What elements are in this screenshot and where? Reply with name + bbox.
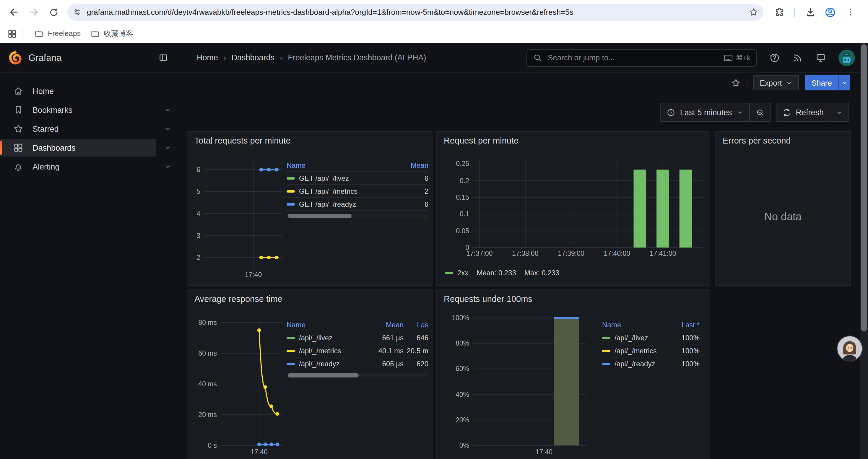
page-scrollbar[interactable]	[860, 43, 868, 459]
legend-row[interactable]: /api/_/metrics40.1 ms20.5 m	[286, 345, 428, 357]
search-box[interactable]: ⌘+k	[526, 49, 757, 66]
panel-errors-per-second: Errors per secondNo data	[715, 131, 851, 286]
browser-profile-button[interactable]	[821, 3, 840, 22]
sidebar-item-starred[interactable]: Starred	[0, 120, 156, 138]
legend-row[interactable]: GET /api/_/livez6	[286, 172, 428, 185]
legend-column-header[interactable]: Mean	[402, 161, 428, 169]
x-axis-tick-label: 17:37:00	[460, 250, 499, 258]
apps-grid-icon[interactable]	[7, 29, 17, 39]
legend-row[interactable]: /api/_/livez100%	[602, 331, 700, 345]
collapse-sidebar-icon[interactable]	[158, 53, 168, 63]
zoom-out-time-button[interactable]	[749, 103, 770, 121]
legend-row[interactable]: /api/_/metrics100%	[602, 345, 700, 357]
legend-column-header[interactable]: Mean	[368, 321, 404, 329]
series-name[interactable]: GET /api/_/readyz	[299, 200, 356, 208]
time-range-picker[interactable]: Last 5 minutes	[660, 103, 749, 121]
panel-title[interactable]: Request per minute	[437, 132, 710, 145]
extensions-button[interactable]	[770, 3, 789, 22]
y-axis-tick-label: 6	[177, 166, 200, 173]
chart-plot[interactable]	[205, 161, 282, 269]
legend-value: 100%	[673, 359, 700, 368]
refresh-button[interactable]: Refresh	[776, 103, 830, 121]
sidebar-item-dashboards[interactable]: Dashboards	[0, 139, 156, 157]
series-name[interactable]: /api/_/readyz	[615, 359, 655, 368]
legend-scrollbar-thumb[interactable]	[288, 214, 351, 218]
legend-row[interactable]: GET /api/_/readyz6	[286, 198, 428, 211]
bookmark-star-icon[interactable]	[749, 7, 759, 17]
legend-scrollbar[interactable]	[286, 214, 428, 218]
legend-column-header[interactable]: Name	[286, 321, 368, 329]
sidebar-item-label: Starred	[32, 124, 59, 133]
series-name[interactable]: GET /api/_/metrics	[299, 187, 358, 195]
series-name[interactable]: 2xx	[457, 269, 468, 277]
sidebar-item-label: Alerting	[32, 162, 60, 171]
browser-menu-button[interactable]	[841, 3, 860, 22]
panel-title[interactable]: Total requests per minute	[187, 132, 432, 145]
bookmark-folder-label: Freeleaps	[48, 30, 81, 38]
y-axis-tick-label: 0%	[440, 442, 469, 449]
series-name[interactable]: /api/_/livez	[299, 333, 332, 342]
chart-plot[interactable]	[221, 314, 282, 446]
panel-title[interactable]: Average response time	[187, 290, 432, 304]
series-name[interactable]: GET /api/_/livez	[299, 174, 349, 182]
browser-forward-button[interactable]	[24, 3, 43, 22]
browser-reload-button[interactable]	[44, 3, 63, 22]
legend-scrollbar[interactable]	[286, 373, 428, 378]
panel-title[interactable]: Requests under 100ms	[437, 290, 710, 304]
time-picker-group: Last 5 minutes	[660, 103, 771, 122]
legend-column-header[interactable]: Las	[404, 321, 428, 329]
news-button[interactable]	[793, 52, 803, 63]
y-axis-tick-label: 0.05	[440, 227, 469, 234]
sidebar-item-alerting[interactable]: Alerting	[0, 158, 156, 175]
dashboard-canvas: Export Share Last 5 minutes	[177, 73, 860, 459]
breadcrumb-home[interactable]: Home	[197, 53, 218, 62]
url-bar[interactable]: grafana.mathmast.com/d/deytv4rwavabkb/fr…	[67, 4, 764, 21]
forward-arrow-icon	[28, 6, 39, 18]
refresh-interval-button[interactable]	[830, 103, 848, 121]
legend-table: NameMeanLas/api/_/livez661 µs646/api/_/m…	[286, 319, 428, 378]
browser-back-button[interactable]	[4, 3, 23, 22]
breadcrumb-separator: ›	[280, 53, 282, 62]
breadcrumb-dashboards[interactable]: Dashboards	[231, 53, 275, 62]
legend-column-header[interactable]: Name	[286, 161, 402, 169]
series-name[interactable]: /api/_/metrics	[615, 347, 657, 355]
legend-row[interactable]: /api/_/readyz100%	[602, 357, 700, 370]
grafana-brand[interactable]: Grafana	[28, 52, 158, 63]
sidebar-item-bookmarks[interactable]: Bookmarks	[0, 101, 156, 119]
breadcrumb-current: Freeleaps Metrics Dashboard (ALPHA)	[288, 53, 426, 62]
series-name[interactable]: /api/_/readyz	[299, 359, 339, 368]
sidebar-item-label: Bookmarks	[32, 105, 72, 114]
downloads-button[interactable]	[801, 3, 819, 22]
assistant-avatar[interactable]	[837, 336, 862, 361]
series-name[interactable]: /api/_/livez	[615, 333, 648, 342]
bookmark-folder-freeleaps[interactable]: Freeleaps	[30, 27, 85, 40]
chart-plot[interactable]	[473, 314, 586, 446]
series-color-swatch	[286, 190, 295, 192]
search-shortcut: ⌘+k	[724, 54, 750, 62]
user-avatar[interactable]	[838, 49, 855, 66]
url-input[interactable]: grafana.mathmast.com/d/deytv4rwavabkb/fr…	[87, 8, 749, 17]
sidebar-item-home[interactable]: Home	[0, 82, 156, 100]
site-settings-icon[interactable]	[72, 7, 82, 17]
legend-column-header[interactable]: Last *	[673, 321, 700, 329]
legend-scrollbar-thumb[interactable]	[288, 373, 359, 378]
legend-inline[interactable]: 2xxMean: 0.233Max: 0.233	[445, 269, 560, 277]
legend-row[interactable]: GET /api/_/metrics2	[286, 185, 428, 198]
grafana-logo[interactable]	[8, 51, 23, 65]
help-button[interactable]	[769, 52, 780, 63]
export-button[interactable]: Export	[753, 75, 799, 90]
share-menu-button[interactable]	[838, 75, 850, 90]
legend-row[interactable]: /api/_/readyz605 µs620	[286, 357, 428, 370]
bookmark-folder-blogs[interactable]: 收藏博客	[85, 27, 138, 40]
legend-column-header[interactable]: Name	[602, 321, 673, 329]
favorite-dashboard-button[interactable]	[731, 78, 741, 88]
star-icon	[731, 78, 741, 88]
series-name[interactable]: /api/_/metrics	[299, 347, 341, 355]
kiosk-mode-button[interactable]	[815, 52, 826, 63]
panel-title[interactable]: Errors per second	[716, 132, 850, 145]
share-button[interactable]: Share	[805, 75, 838, 90]
chart-plot[interactable]	[473, 159, 703, 248]
search-input[interactable]	[547, 53, 719, 63]
legend-row[interactable]: /api/_/livez661 µs646	[286, 331, 428, 345]
scrollbar-thumb[interactable]	[861, 44, 867, 331]
